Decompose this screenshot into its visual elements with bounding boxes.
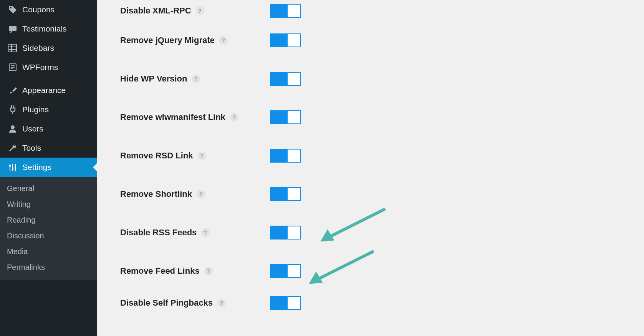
help-icon[interactable]: ? — [219, 36, 228, 45]
setting-label: Disable Self Pingbacks? — [120, 298, 270, 308]
svg-line-19 — [315, 252, 372, 281]
submenu-item-permalinks[interactable]: Permalinks — [0, 259, 97, 275]
svg-point-0 — [10, 7, 12, 8]
toggle-knob — [288, 73, 300, 85]
sidebar-item-tools[interactable]: Tools — [0, 138, 97, 158]
help-icon[interactable]: ? — [230, 113, 238, 121]
toggle-knob — [288, 188, 300, 200]
user-icon — [7, 124, 18, 133]
help-icon[interactable]: ? — [204, 267, 213, 275]
annotation-arrow — [305, 250, 374, 290]
toggle-knob — [288, 265, 300, 277]
setting-label-text: Hide WP Version — [120, 74, 187, 84]
setting-label-text: Remove RSD Link — [120, 151, 193, 161]
toggle-knob — [288, 150, 300, 162]
settings-submenu: GeneralWritingReadingDiscussionMediaPerm… — [0, 177, 97, 280]
grid-icon — [7, 43, 18, 53]
sidebar-item-label: Coupons — [22, 5, 55, 14]
svg-rect-2 — [9, 44, 17, 52]
tag-icon — [7, 5, 18, 14]
help-icon[interactable]: ? — [198, 151, 206, 160]
svg-rect-1 — [9, 26, 17, 31]
setting-label: Remove Shortlink? — [120, 189, 270, 199]
toggle-knob — [288, 5, 300, 17]
toggle-knob — [288, 226, 300, 239]
setting-label-text: Remove Shortlink — [120, 189, 192, 199]
toggle-remove-feed-links[interactable] — [270, 264, 301, 278]
toggle-remove-wlwmanifest-link[interactable] — [270, 110, 301, 124]
toggle-knob — [288, 111, 300, 123]
setting-row-remove-rsd-link: Remove RSD Link? — [120, 136, 644, 175]
setting-label-text: Disable Self Pingbacks — [120, 298, 213, 308]
sidebar-item-wpforms[interactable]: WPForms — [0, 58, 97, 77]
setting-row-remove-jquery-migrate: Remove jQuery Migrate? — [120, 21, 644, 60]
sidebar-item-testimonials[interactable]: Testimonials — [0, 19, 97, 38]
submenu-item-writing[interactable]: Writing — [0, 196, 97, 212]
sidebar-item-sidebars[interactable]: Sidebars — [0, 38, 97, 58]
submenu-item-general[interactable]: General — [0, 181, 97, 196]
svg-point-10 — [11, 125, 15, 129]
setting-label-text: Disable XML-RPC — [120, 6, 191, 16]
sidebar-item-label: Tools — [22, 143, 41, 153]
toggle-hide-wp-version[interactable] — [270, 72, 301, 86]
sidebar-item-settings[interactable]: Settings — [0, 158, 97, 177]
sidebar-item-label: WPForms — [22, 63, 58, 72]
submenu-item-media[interactable]: Media — [0, 244, 97, 259]
svg-line-17 — [326, 210, 384, 238]
setting-label: Disable XML-RPC? — [120, 6, 270, 16]
toggle-remove-jquery-migrate[interactable] — [270, 33, 301, 47]
wrench-icon — [7, 143, 18, 153]
setting-label-text: Remove wlwmanifest Link — [120, 112, 225, 122]
setting-label: Remove jQuery Migrate? — [120, 35, 270, 45]
toggle-disable-self-pingbacks[interactable] — [270, 296, 301, 310]
toggle-remove-shortlink[interactable] — [270, 187, 301, 201]
sidebar-item-label: Testimonials — [22, 24, 67, 33]
setting-label: Remove RSD Link? — [120, 151, 270, 161]
sidebar-item-coupons[interactable]: Coupons — [0, 0, 97, 19]
setting-row-disable-xml-rpc: Disable XML-RPC? — [120, 0, 644, 21]
toggle-knob — [288, 34, 300, 47]
sidebar-item-plugins[interactable]: Plugins — [0, 100, 97, 119]
setting-label: Disable RSS Feeds? — [120, 228, 270, 238]
svg-rect-16 — [15, 166, 16, 168]
sidebar-item-label: Sidebars — [22, 43, 54, 53]
menu-separator — [0, 77, 97, 81]
setting-label-text: Remove Feed Links — [120, 266, 200, 276]
setting-label: Remove wlwmanifest Link? — [120, 112, 270, 122]
setting-row-remove-wlwmanifest-link: Remove wlwmanifest Link? — [120, 98, 644, 136]
app-root: CouponsTestimonialsSidebarsWPForms Appea… — [0, 0, 644, 336]
setting-row-disable-self-pingbacks: Disable Self Pingbacks? — [120, 290, 644, 315]
toggle-remove-rsd-link[interactable] — [270, 149, 301, 163]
admin-sidebar: CouponsTestimonialsSidebarsWPForms Appea… — [0, 0, 97, 336]
svg-rect-15 — [12, 168, 13, 170]
annotation-arrow — [317, 208, 386, 248]
sidebar-item-appearance[interactable]: Appearance — [0, 81, 97, 100]
help-icon[interactable]: ? — [201, 228, 210, 237]
setting-label: Hide WP Version? — [120, 74, 270, 84]
help-icon[interactable]: ? — [217, 299, 226, 307]
setting-label-text: Disable RSS Feeds — [120, 228, 197, 238]
sidebar-item-label: Users — [22, 124, 43, 133]
setting-row-hide-wp-version: Hide WP Version? — [120, 60, 644, 98]
sidebar-item-users[interactable]: Users — [0, 119, 97, 138]
brush-icon — [7, 86, 18, 95]
chat-icon — [7, 24, 18, 33]
sidebar-item-label: Plugins — [22, 105, 49, 114]
help-icon[interactable]: ? — [192, 75, 200, 83]
setting-label-text: Remove jQuery Migrate — [120, 35, 215, 45]
toggle-disable-rss-feeds[interactable] — [270, 226, 301, 240]
toggle-disable-xml-rpc[interactable] — [270, 4, 301, 18]
sidebar-item-label: Appearance — [22, 86, 66, 95]
setting-label: Remove Feed Links? — [120, 266, 270, 276]
plug-icon — [7, 105, 18, 114]
setting-row-remove-feed-links: Remove Feed Links? — [120, 252, 644, 290]
toggle-knob — [288, 297, 300, 309]
help-icon[interactable]: ? — [197, 190, 205, 198]
form-icon — [7, 63, 18, 72]
submenu-item-reading[interactable]: Reading — [0, 212, 97, 228]
sidebar-item-label: Settings — [22, 163, 51, 172]
sliders-icon — [7, 163, 18, 172]
submenu-item-discussion[interactable]: Discussion — [0, 228, 97, 244]
svg-rect-14 — [9, 165, 11, 166]
help-icon[interactable]: ? — [196, 7, 204, 15]
